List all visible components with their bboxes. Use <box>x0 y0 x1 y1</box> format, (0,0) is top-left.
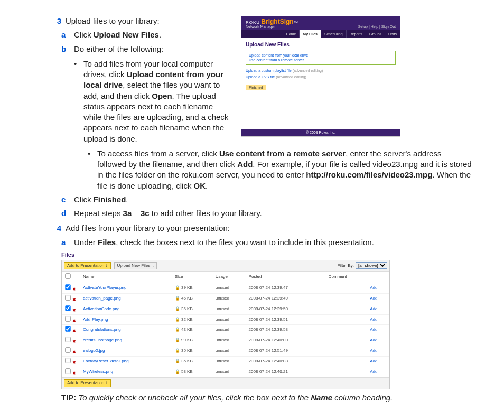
table-row: ✖FactoryReset_detail.png🔒35 KBunused2008… <box>62 356 389 367</box>
file-link[interactable]: credits_lastpage.png <box>83 338 122 342</box>
row-checkbox[interactable] <box>65 347 70 352</box>
tip-label: TIP: <box>61 393 76 402</box>
add-link[interactable]: Add <box>370 285 377 290</box>
step4-number: 4 <box>48 223 66 234</box>
filter-select[interactable]: [all shown] <box>356 262 387 269</box>
step3d-text: Repeat steps 3a – 3c to add other files … <box>74 208 472 219</box>
col-comment: Comment <box>326 272 368 283</box>
select-all-checkbox[interactable] <box>65 274 70 279</box>
lock-icon: 🔒 <box>175 348 180 353</box>
add-to-presentation-button[interactable]: Add to Presentation ↓ <box>64 262 111 270</box>
delete-icon[interactable]: ✖ <box>72 339 76 344</box>
delete-icon[interactable]: ✖ <box>72 287 76 292</box>
row-checkbox[interactable] <box>65 326 70 332</box>
col-size: Size <box>173 272 213 283</box>
step3a-letter: a <box>61 30 74 40</box>
file-link[interactable]: ActivateYourPlayer.png <box>83 285 126 290</box>
step3c-text: Click Finished. <box>74 194 472 205</box>
step3-title: Upload files to your library: <box>66 16 231 26</box>
add-link[interactable]: Add <box>370 296 377 301</box>
lock-icon: 🔒 <box>175 359 180 363</box>
add-to-presentation-button-bottom[interactable]: Add to Presentation ↓ <box>64 379 111 387</box>
nav-tab-scheduling[interactable]: Scheduling <box>321 30 346 38</box>
file-link[interactable]: ActivationCode.png <box>83 306 119 311</box>
lock-icon: 🔒 <box>175 296 180 301</box>
delete-icon[interactable]: ✖ <box>72 329 76 333</box>
table-row: ✖Congratulations.png🔒43 KBunused2008-07-… <box>62 325 389 335</box>
step3b-letter: b <box>61 44 74 54</box>
upload-cvs-link[interactable]: Upload a CVS file <box>246 75 275 79</box>
nav-tab-my-files[interactable]: My Files <box>299 30 321 38</box>
delete-icon[interactable]: ✖ <box>72 297 76 302</box>
file-link[interactable]: Add-Play.png <box>83 317 108 322</box>
add-link[interactable]: Add <box>370 348 377 353</box>
step4-title: Add files from your library to your pres… <box>66 223 472 234</box>
brand-roku: ROKU <box>246 20 260 25</box>
lock-icon: 🔒 <box>175 369 180 374</box>
upload-remote-link[interactable]: Use content from a remote server <box>249 58 393 62</box>
delete-icon[interactable]: ✖ <box>72 350 76 354</box>
step3-bullet1: To add files from your local computer dr… <box>83 59 231 144</box>
lock-icon: 🔒 <box>175 327 180 332</box>
finished-button[interactable]: Finished <box>246 85 266 90</box>
lock-icon: 🔒 <box>175 317 180 322</box>
nav-tab-groups[interactable]: Groups <box>366 30 385 38</box>
tip-text: To quickly check or uncheck all your fil… <box>76 393 393 402</box>
add-link[interactable]: Add <box>370 306 377 311</box>
upload-playlist-link[interactable]: Upload a custom playlist file <box>246 69 292 72</box>
row-checkbox[interactable] <box>65 337 70 342</box>
col-usage: Usage <box>213 272 247 283</box>
lock-icon: 🔒 <box>175 285 180 290</box>
table-row: ✖Add-Play.png🔒32 KBunused2008-07-24 12:3… <box>62 314 389 325</box>
bullet-icon: • <box>74 59 83 144</box>
file-link[interactable]: activation_page.png <box>83 296 121 301</box>
upload-heading: Upload New Files <box>246 41 396 49</box>
bullet-icon: • <box>88 148 97 191</box>
files-section-title: Files <box>61 251 478 259</box>
files-table-screenshot: Add to Presentation ↓ Upload New Files..… <box>61 260 390 390</box>
upload-new-files-button[interactable]: Upload New Files... <box>114 262 157 270</box>
row-checkbox[interactable] <box>65 284 70 290</box>
row-checkbox[interactable] <box>65 305 70 311</box>
add-link[interactable]: Add <box>370 359 377 363</box>
table-row: ✖ActivateYourPlayer.png🔒39 KBunused2008-… <box>62 283 389 294</box>
delete-icon[interactable]: ✖ <box>72 308 76 313</box>
step4a-text: Under Files, check the boxes next to the… <box>74 237 472 248</box>
file-link[interactable]: Congratulations.png <box>83 327 121 332</box>
table-row: ✖ActivationCode.png🔒36 KBunused2008-07-2… <box>62 304 389 314</box>
delete-icon[interactable]: ✖ <box>72 360 76 365</box>
lock-icon: 🔒 <box>175 338 180 342</box>
add-link[interactable]: Add <box>370 369 377 374</box>
table-row: ✖ealogo2.jpg🔒35 KBunused2008-07-24 12:51… <box>62 346 389 356</box>
step3c-letter: c <box>61 194 74 205</box>
add-link[interactable]: Add <box>370 317 377 322</box>
row-checkbox[interactable] <box>65 295 70 300</box>
upload-option-box: Upload content from your local drive Use… <box>246 51 396 65</box>
nav-tab-reports[interactable]: Reports <box>346 30 366 38</box>
footer-copyright: © 2008 Roku, Inc. <box>241 129 400 136</box>
table-row: ✖activation_page.png🔒46 KBunused2008-07-… <box>62 293 389 304</box>
file-link[interactable]: MyWireless.png <box>83 369 113 374</box>
add-link[interactable]: Add <box>370 327 377 332</box>
nav-tab-home[interactable]: Home <box>283 30 300 38</box>
step3-number: 3 <box>48 16 66 26</box>
col-name: Name <box>81 272 173 283</box>
step3-bullet2: To access files from a server, click Use… <box>97 148 472 191</box>
row-checkbox[interactable] <box>65 368 70 374</box>
brand-subtitle: Network Manager <box>246 25 275 29</box>
file-link[interactable]: FactoryReset_detail.png <box>83 359 129 363</box>
row-checkbox[interactable] <box>65 358 70 363</box>
header-links[interactable]: Setup | Help | Sign Out <box>358 24 396 29</box>
add-link[interactable]: Add <box>370 338 377 342</box>
nav-tab-units[interactable]: Units <box>385 30 400 38</box>
file-link[interactable]: ealogo2.jpg <box>83 348 105 353</box>
row-checkbox[interactable] <box>65 316 70 321</box>
filter-label: Filter By: <box>337 263 354 269</box>
upload-screenshot: ROKU BrightSign™ Network Manager Setup |… <box>241 16 400 137</box>
table-row: ✖MyWireless.png🔒58 KBunused2008-07-24 12… <box>62 367 389 377</box>
delete-icon[interactable]: ✖ <box>72 319 76 323</box>
upload-local-link[interactable]: Upload content from your local drive <box>249 53 393 58</box>
delete-icon[interactable]: ✖ <box>72 371 76 376</box>
step3a-text: Click Upload New Files. <box>74 30 231 40</box>
table-row: ✖credits_lastpage.png🔒99 KBunused2008-07… <box>62 335 389 346</box>
